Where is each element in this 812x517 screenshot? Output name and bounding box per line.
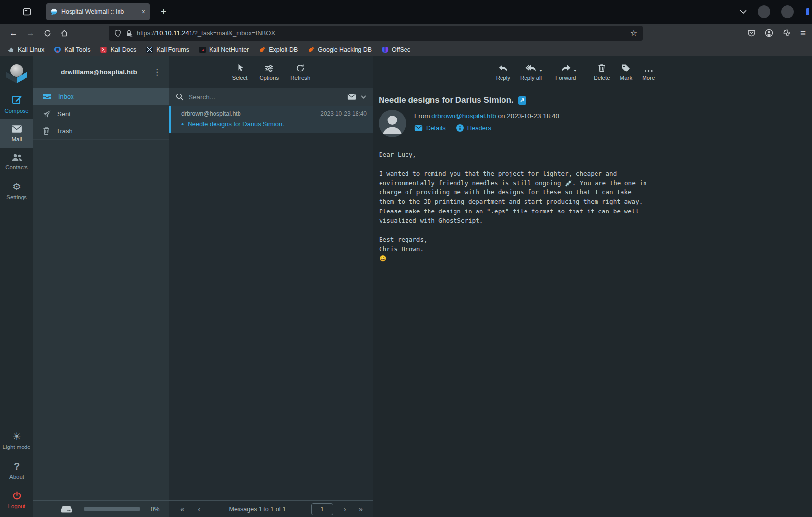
new-tab-button[interactable]: + bbox=[157, 5, 170, 18]
search-scope-envelope-icon[interactable] bbox=[347, 94, 356, 100]
tag-icon bbox=[621, 63, 630, 72]
reply-all-caret-icon[interactable]: ▾ bbox=[540, 69, 542, 73]
sidebar-item-label: Compose bbox=[4, 108, 28, 114]
cursor-select-icon bbox=[236, 63, 244, 72]
refresh-button[interactable]: Refresh bbox=[290, 63, 310, 81]
prev-page-icon[interactable]: ‹ bbox=[195, 505, 203, 513]
window-control-1[interactable] bbox=[758, 5, 770, 18]
details-link[interactable]: Details bbox=[426, 124, 446, 132]
message-date: 2023-10-23 18:40 bbox=[320, 110, 367, 117]
screen: Hospital Webmail :: Inb × + ← → bbox=[0, 0, 812, 517]
reply-button[interactable]: Reply bbox=[496, 63, 510, 81]
folder-trash[interactable]: Trash bbox=[33, 122, 169, 140]
tracking-shield-icon[interactable] bbox=[114, 29, 121, 37]
home-icon[interactable] bbox=[56, 27, 72, 39]
search-bar bbox=[169, 88, 373, 106]
toolbar-label: Forward bbox=[555, 75, 576, 81]
first-page-icon[interactable]: « bbox=[177, 505, 186, 513]
pocket-icon[interactable] bbox=[747, 29, 756, 37]
browser-toolbar: ← → https://10.10.11.241/?_task=mail&_mb… bbox=[0, 24, 812, 43]
bookmark-kali-tools[interactable]: Kali Tools bbox=[51, 45, 93, 54]
search-options-chevron-icon[interactable] bbox=[361, 95, 366, 99]
bookmark-offsec[interactable]: OffSec bbox=[379, 45, 413, 54]
toolbar-label: Options bbox=[260, 75, 279, 81]
options-button[interactable]: Options bbox=[260, 63, 279, 81]
bookmark-star-icon[interactable]: ☆ bbox=[630, 28, 637, 38]
search-input[interactable] bbox=[189, 94, 342, 101]
sidebar-item-light-mode[interactable]: ☀ Light mode bbox=[0, 426, 33, 456]
sun-icon: ☀ bbox=[12, 431, 21, 441]
sidebar-item-about[interactable]: ? About bbox=[0, 456, 33, 486]
kali-docs-icon bbox=[100, 46, 107, 53]
extensions-puzzle-icon[interactable] bbox=[783, 29, 791, 37]
forward-icon: ▾ bbox=[561, 63, 571, 72]
folder-label: Sent bbox=[57, 110, 71, 118]
mark-button[interactable]: Mark bbox=[620, 63, 633, 81]
gear-icon: ⚙ bbox=[12, 182, 21, 191]
headers-link[interactable]: Headers bbox=[467, 124, 491, 132]
quota-progress-track bbox=[84, 507, 140, 511]
firefox-view-icon[interactable] bbox=[20, 4, 34, 19]
list-tabs-chevron-icon[interactable] bbox=[740, 10, 747, 14]
reply-icon bbox=[498, 63, 508, 72]
last-page-icon[interactable]: » bbox=[356, 505, 365, 513]
sidebar-item-label: Logout bbox=[8, 503, 25, 509]
toolbar-label: Delete bbox=[594, 75, 610, 81]
url-text: https://10.10.11.241/?_task=mail&_mbox=I… bbox=[137, 29, 275, 37]
menu-hamburger-icon[interactable]: ≡ bbox=[800, 28, 807, 39]
mail-view-panel: Reply ▾ Reply all ▾ Forward bbox=[373, 56, 812, 517]
next-page-icon[interactable]: › bbox=[341, 505, 349, 513]
folder-label: Trash bbox=[56, 127, 72, 135]
folder-inbox[interactable]: Inbox bbox=[33, 88, 169, 105]
bookmark-kali-linux[interactable]: Kali Linux bbox=[5, 45, 47, 54]
url-bar[interactable]: https://10.10.11.241/?_task=mail&_mbox=I… bbox=[109, 26, 643, 41]
bookmark-google-hacking-db[interactable]: Google Hacking DB bbox=[305, 45, 374, 54]
message-list-panel: Select Options Refresh bbox=[169, 56, 373, 517]
page-number-input[interactable] bbox=[311, 503, 333, 515]
reply-all-button[interactable]: ▾ Reply all bbox=[520, 63, 542, 81]
browser-tab[interactable]: Hospital Webmail :: Inb × bbox=[46, 3, 150, 20]
quota-bar: 0% bbox=[33, 500, 169, 517]
power-icon bbox=[12, 491, 22, 500]
open-in-new-window-icon[interactable] bbox=[518, 96, 526, 105]
bookmark-kali-forums[interactable]: Kali Forums bbox=[143, 45, 191, 54]
contacts-icon bbox=[11, 153, 23, 162]
more-button[interactable]: More bbox=[642, 63, 655, 81]
forward-icon[interactable]: → bbox=[22, 27, 39, 39]
forward-button[interactable]: ▾ Forward bbox=[555, 63, 576, 81]
mail-header: Needle designs for Darius Simion. From d… bbox=[373, 88, 812, 137]
window-control-2[interactable] bbox=[781, 5, 794, 18]
sidebar-item-label: Mail bbox=[11, 136, 22, 142]
reload-icon[interactable] bbox=[39, 27, 56, 39]
sidebar-item-settings[interactable]: ⚙ Settings bbox=[0, 176, 33, 206]
kali-nethunter-icon bbox=[199, 46, 206, 53]
folder-list-panel: drwilliams@hospital.htb ⋮ Inbox Sent Tr bbox=[33, 56, 169, 517]
back-icon[interactable]: ← bbox=[5, 27, 22, 39]
bookmark-kali-docs[interactable]: Kali Docs bbox=[97, 45, 139, 54]
folder-options-kebab-icon[interactable]: ⋮ bbox=[150, 67, 164, 77]
url-path: /?_task=mail&_mbox=INBOX bbox=[192, 29, 275, 37]
folder-sent[interactable]: Sent bbox=[33, 105, 169, 122]
sender-email-link[interactable]: drbrown@hospital.htb bbox=[431, 112, 496, 119]
toolbar-label: Mark bbox=[620, 75, 633, 81]
message-list-row[interactable]: drbrown@hospital.htb 2023-10-23 18:40 • … bbox=[169, 106, 373, 133]
compose-icon bbox=[11, 94, 22, 105]
select-button[interactable]: Select bbox=[232, 63, 248, 81]
delete-button[interactable]: Delete bbox=[594, 63, 610, 81]
bookmark-kali-nethunter[interactable]: Kali NetHunter bbox=[196, 45, 251, 54]
sidebar-item-contacts[interactable]: Contacts bbox=[0, 148, 33, 176]
sidebar-item-mail[interactable]: Mail bbox=[0, 119, 33, 148]
unread-indicator: • bbox=[181, 122, 184, 127]
kali-forums-icon bbox=[146, 46, 153, 53]
connection-lock-icon[interactable] bbox=[125, 29, 133, 37]
forward-caret-icon[interactable]: ▾ bbox=[574, 69, 576, 73]
details-envelope-icon bbox=[414, 125, 423, 131]
bookmark-exploit-db[interactable]: Exploit-DB bbox=[256, 45, 300, 54]
account-icon[interactable] bbox=[765, 29, 773, 37]
tab-close-icon[interactable]: × bbox=[142, 8, 145, 16]
sidebar-item-compose[interactable]: Compose bbox=[0, 89, 33, 119]
pagination-bar: « ‹ Messages 1 to 1 of 1 › » bbox=[169, 500, 373, 517]
offsec-icon bbox=[382, 46, 389, 53]
storage-disk-icon bbox=[61, 505, 72, 513]
sidebar-item-logout[interactable]: Logout bbox=[0, 486, 33, 515]
